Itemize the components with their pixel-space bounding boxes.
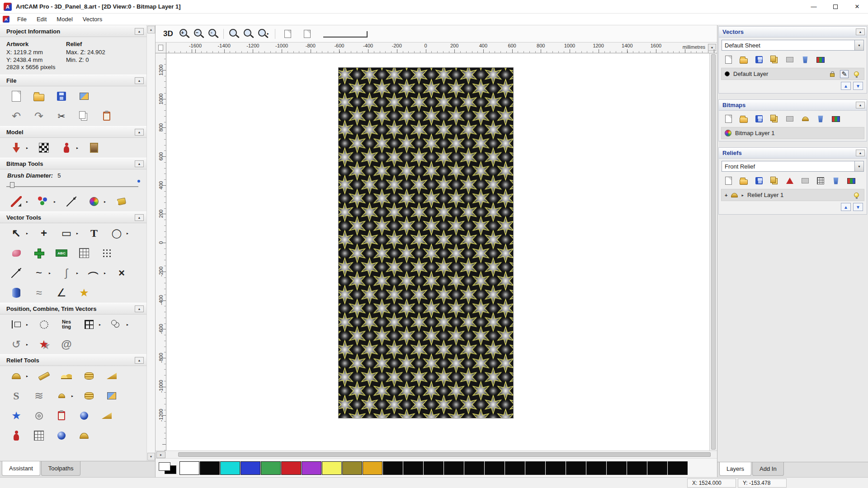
dot-array-button[interactable] [99, 245, 115, 261]
relief-extra-button-4[interactable] [76, 428, 92, 443]
bezier-button[interactable]: ∫ [58, 265, 75, 281]
palette-swatch[interactable] [627, 461, 647, 475]
move-layer-down-button[interactable]: ▼ [853, 82, 863, 90]
collapse-section-button[interactable] [856, 102, 865, 108]
dropdown-arrow-icon[interactable] [54, 200, 57, 204]
relief-extra-button-3[interactable] [53, 428, 70, 443]
collapse-section-button[interactable] [135, 357, 144, 364]
palette-button[interactable] [86, 194, 102, 209]
ripple-relief-button[interactable] [31, 408, 47, 423]
move-layer-up-button[interactable]: ▲ [841, 203, 851, 211]
collapse-section-button[interactable] [135, 77, 144, 84]
clear-sheet-button[interactable] [785, 55, 795, 65]
toggle-3d-view-button[interactable]: 3D [161, 29, 175, 39]
palette-swatch[interactable] [281, 461, 301, 475]
create-ellipse-button[interactable]: ◯ [108, 225, 125, 241]
palette-swatch[interactable] [424, 461, 443, 475]
extrude-button[interactable] [8, 285, 24, 300]
menu-model[interactable]: Model [52, 14, 77, 24]
palette-swatch[interactable] [566, 461, 586, 475]
nesting-button[interactable]: Nesting [58, 317, 75, 332]
vertical-scroll-thumb[interactable] [711, 54, 716, 450]
block-copy-button[interactable] [81, 317, 97, 332]
new-relief-layer-button[interactable] [723, 176, 733, 186]
dropdown-arrow-icon[interactable] [76, 231, 80, 235]
open-bitmap-layer-button[interactable] [739, 114, 749, 124]
layer-visibility-button[interactable] [852, 70, 861, 78]
merge-vector-layers-button[interactable] [816, 55, 826, 65]
create-polyline-button[interactable] [8, 265, 24, 281]
line-width-preview[interactable] [323, 30, 367, 38]
relief-layer-row[interactable]: + ▸ Relief Layer 1 [721, 189, 864, 201]
flood-fill-button[interactable] [113, 194, 130, 209]
dropdown-arrow-icon[interactable] [127, 323, 130, 327]
dropdown-arrow-icon[interactable] [104, 200, 107, 204]
menu-file[interactable]: File [12, 14, 32, 24]
sculpt-button[interactable] [58, 140, 75, 155]
open-file-button[interactable] [31, 89, 47, 104]
import-bitmap-button[interactable] [769, 114, 779, 124]
relief-extra-button-1[interactable] [8, 428, 24, 443]
relief-extra-button-2[interactable] [31, 428, 47, 443]
slider-handle[interactable] [10, 182, 14, 188]
vector-layer-row[interactable]: Default Layer ✎ [721, 68, 864, 80]
palette-swatch[interactable] [668, 461, 688, 475]
palette-swatch[interactable] [302, 461, 321, 475]
dropdown-arrow-icon[interactable] [76, 271, 80, 275]
zoom-in-icon[interactable]: + [179, 28, 190, 39]
redo-button[interactable]: ↷ [31, 108, 47, 124]
spin-relief-button[interactable] [104, 368, 120, 384]
delete-bitmap-layer-button[interactable] [816, 114, 826, 124]
palette-swatch[interactable] [403, 461, 423, 475]
create-polygon-button[interactable] [31, 245, 47, 261]
zoom-window-icon[interactable]: ▫ [208, 28, 219, 39]
pick-colour-button[interactable] [63, 194, 80, 209]
collapse-section-button[interactable] [856, 28, 865, 35]
brush-diameter-slider[interactable] [0, 179, 146, 192]
bitmap-artwork[interactable] [338, 67, 514, 418]
collapse-section-button[interactable] [135, 129, 144, 136]
spiral-button[interactable]: @ [58, 337, 75, 352]
dropdown-arrow-icon[interactable] [26, 323, 29, 327]
trim-vectors-button[interactable]: × [113, 265, 130, 281]
offset-vector-button[interactable] [8, 245, 24, 261]
tab-layers[interactable]: Layers [719, 462, 751, 476]
import-relief-button[interactable] [769, 176, 779, 186]
calculate-relief-button[interactable] [785, 176, 795, 186]
copy-button[interactable] [76, 108, 92, 124]
measure-button[interactable]: ∠ [53, 285, 70, 300]
export-model-button[interactable] [76, 89, 92, 104]
tab-assistant[interactable]: Assistant [2, 461, 40, 476]
next-view-button[interactable] [299, 26, 316, 42]
merge-relief-layers-button[interactable] [846, 176, 856, 186]
collapse-section-button[interactable] [135, 28, 144, 35]
dropdown-arrow-icon[interactable] [71, 394, 75, 398]
palette-swatch[interactable] [179, 461, 199, 475]
dropdown-arrow-icon[interactable] [26, 374, 29, 378]
paste-button[interactable] [99, 108, 115, 124]
palette-swatch[interactable] [220, 461, 240, 475]
palette-swatch[interactable] [525, 461, 545, 475]
pane-toggle-button[interactable]: ▸ [156, 451, 165, 458]
open-relief-layer-button[interactable] [739, 176, 749, 186]
sculpt-relief-button[interactable] [58, 368, 75, 384]
move-layer-down-button[interactable]: ▼ [853, 203, 863, 211]
primary-secondary-swatch[interactable] [157, 461, 179, 475]
paste-text-button[interactable]: ABC [53, 245, 70, 261]
text-frame-button[interactable] [76, 245, 92, 261]
copy-sheet-button[interactable] [769, 55, 779, 65]
dropdown-arrow-icon[interactable] [127, 231, 130, 235]
delete-relief-layer-button[interactable] [831, 176, 841, 186]
palette-swatch[interactable] [200, 461, 220, 475]
dropdown-arrow-icon[interactable] [99, 323, 102, 327]
envelope-relief-button[interactable] [104, 388, 120, 404]
close-button[interactable]: ✕ [846, 0, 868, 13]
drape-relief-button[interactable] [81, 388, 97, 404]
palette-swatch[interactable] [586, 461, 606, 475]
offset-relief-button[interactable] [53, 388, 70, 404]
collapse-section-button[interactable] [135, 214, 144, 221]
palette-swatch[interactable] [261, 461, 281, 475]
maximize-button[interactable] [825, 0, 846, 13]
layer-visibility-button[interactable] [852, 191, 861, 199]
align-vectors-button[interactable] [8, 317, 24, 332]
